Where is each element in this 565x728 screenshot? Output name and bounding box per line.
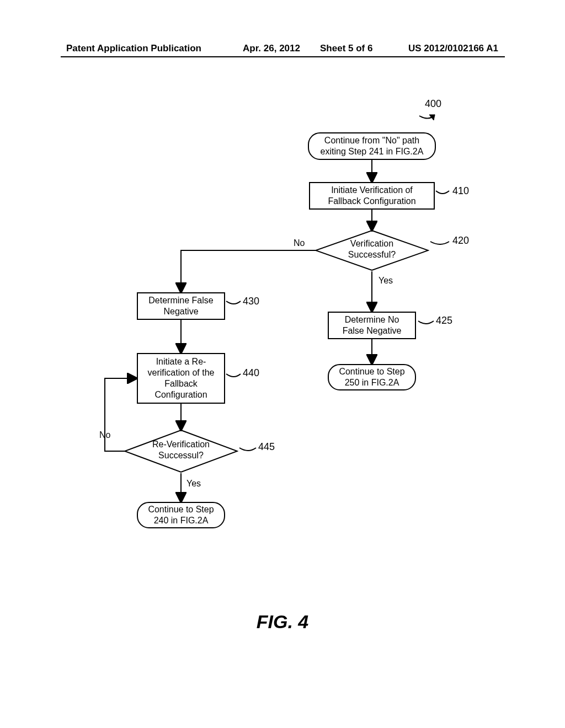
ref-445: 445 bbox=[258, 441, 275, 453]
terminator-240: Continue to Step 240 in FIG.2A bbox=[137, 502, 225, 528]
label-445-no: No bbox=[99, 430, 110, 440]
header-date: Apr. 26, 2012 bbox=[243, 43, 300, 54]
decision-445-shape bbox=[124, 429, 238, 473]
process-410: Initiate Verification of Fallback Config… bbox=[309, 182, 435, 210]
ref-440: 440 bbox=[243, 367, 259, 379]
ref-420: 420 bbox=[452, 235, 469, 247]
terminator-250: Continue to Step 250 in FIG.2A bbox=[328, 364, 416, 390]
svg-marker-1 bbox=[316, 231, 428, 270]
header-number: US 2012/0102166 A1 bbox=[408, 43, 498, 54]
ref-400: 400 bbox=[425, 98, 441, 110]
header-publication: Patent Application Publication bbox=[66, 43, 201, 54]
header-sheet: Sheet 5 of 6 bbox=[320, 43, 372, 54]
label-420-no: No bbox=[294, 238, 305, 248]
flowchart: 400 Continue from "No" path exiting Step… bbox=[0, 88, 565, 585]
decision-420-shape bbox=[315, 229, 429, 271]
hook-400 bbox=[0, 88, 565, 585]
terminator-start: Continue from "No" path exiting Step 241… bbox=[308, 132, 436, 160]
connectors bbox=[0, 88, 565, 585]
svg-marker-0 bbox=[429, 115, 435, 120]
process-440: Initiate a Re-verification of the Fallba… bbox=[137, 353, 225, 404]
figure-label: FIG. 4 bbox=[0, 611, 565, 633]
svg-marker-2 bbox=[125, 430, 237, 472]
process-425: Determine No False Negative bbox=[328, 312, 416, 339]
process-430: Determine False Negative bbox=[137, 292, 225, 320]
ref-410: 410 bbox=[452, 185, 469, 197]
label-420-yes: Yes bbox=[379, 276, 393, 286]
ref-425: 425 bbox=[436, 315, 452, 326]
ref-430: 430 bbox=[243, 296, 259, 307]
header-rule bbox=[61, 56, 505, 57]
label-445-yes: Yes bbox=[186, 479, 201, 489]
